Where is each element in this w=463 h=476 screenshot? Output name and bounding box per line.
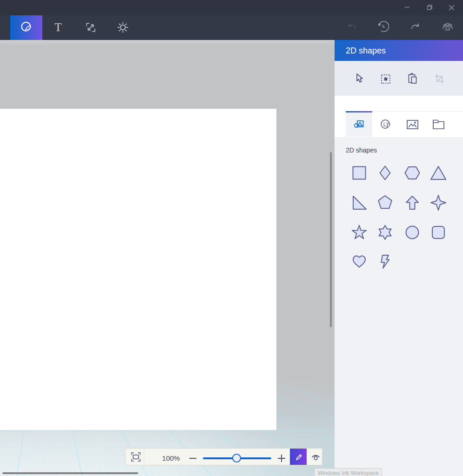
svg-text:T: T xyxy=(54,21,61,33)
